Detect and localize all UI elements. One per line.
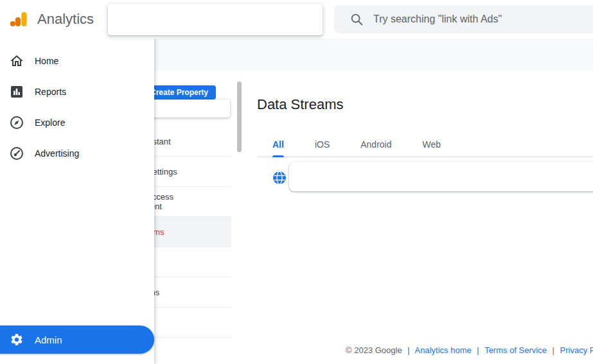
stream-row (257, 162, 593, 191)
footer-separator: | (553, 345, 554, 355)
stream-type-tabs: All iOS Android Web (257, 132, 593, 157)
account-property-selector[interactable] (108, 4, 323, 35)
tab-all[interactable]: All (257, 132, 299, 157)
footer-separator: | (477, 345, 479, 355)
panel-scrollbar-thumb[interactable] (237, 82, 242, 152)
analytics-logo-icon (9, 10, 27, 28)
tab-label: iOS (315, 139, 330, 150)
sidebar-item-label: Home (35, 56, 58, 66)
tab-label: All (272, 139, 284, 150)
search-input[interactable] (372, 13, 593, 26)
nav-drawer: Home Reports (0, 39, 154, 364)
gear-icon (9, 332, 24, 347)
search-icon (350, 12, 364, 26)
sidebar-item-admin[interactable]: Admin (0, 325, 154, 354)
bar-chart-icon (9, 84, 24, 100)
sidebar-item-label: Explore (35, 117, 65, 128)
globe-icon (272, 170, 287, 186)
home-icon (9, 53, 24, 69)
tab-label: Web (423, 139, 441, 150)
app-header: Analytics (0, 0, 593, 39)
stream-card[interactable] (289, 162, 593, 191)
analytics-logo[interactable]: Analytics (9, 0, 94, 39)
sidebar-item-advertising[interactable]: Advertising (0, 138, 154, 169)
sidebar-item-home[interactable]: Home (0, 46, 154, 76)
tab-label: Android (360, 139, 391, 150)
sidebar-item-label: Advertising (35, 148, 79, 159)
footer-link-privacy-policy[interactable]: Privacy Policy (560, 345, 593, 355)
tab-android[interactable]: Android (345, 132, 407, 157)
nav-list: Home Reports (0, 39, 154, 169)
google-analytics-admin-page: Create Property Setup Assistant Property… (0, 0, 593, 364)
app-name: Analytics (37, 11, 94, 28)
sidebar-item-label: Reports (35, 87, 66, 97)
sidebar-item-label: Admin (35, 334, 62, 345)
copyright-text: © 2023 Google (346, 345, 402, 355)
page-title: Data Streams (257, 96, 593, 113)
footer-link-terms-of-service[interactable]: Terms of Service (484, 345, 547, 355)
sidebar-item-reports[interactable]: Reports (0, 76, 154, 107)
tab-web[interactable]: Web (407, 132, 457, 157)
tab-ios[interactable]: iOS (299, 132, 345, 157)
footer: © 2023 Google | Analytics home | Terms o… (346, 345, 593, 355)
footer-link-analytics-home[interactable]: Analytics home (415, 345, 472, 355)
advertising-icon (9, 146, 24, 161)
data-streams-section: Data Streams All iOS Android Web (257, 71, 593, 364)
compass-icon (9, 115, 24, 130)
sidebar-item-explore[interactable]: Explore (0, 107, 154, 138)
footer-separator: | (407, 345, 409, 355)
search-bar[interactable] (334, 5, 593, 33)
